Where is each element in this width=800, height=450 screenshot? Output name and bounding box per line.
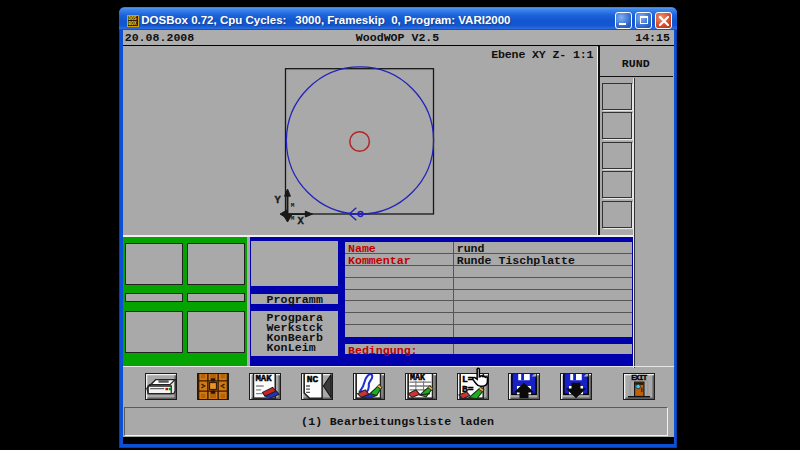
svg-text:NC: NC	[307, 374, 319, 385]
svg-text:BOX: BOX	[128, 21, 137, 26]
svg-text:Y: Y	[274, 194, 281, 206]
svg-text:M: M	[290, 202, 294, 209]
svg-text:X: X	[297, 215, 304, 227]
svg-text:MAK: MAK	[256, 374, 273, 384]
svg-text:MAK: MAK	[410, 373, 425, 382]
svg-text:M: M	[290, 215, 294, 222]
